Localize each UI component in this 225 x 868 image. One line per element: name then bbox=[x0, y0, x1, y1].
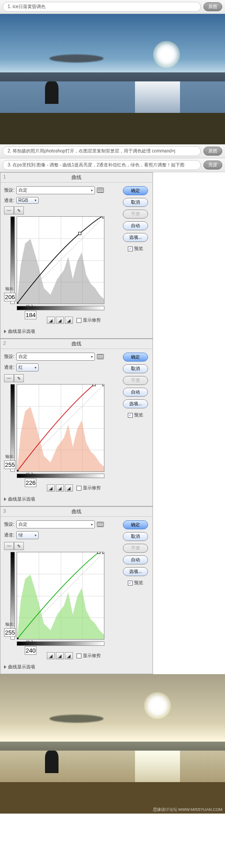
photo-after: 思缘设计论坛 WWW.MISSYUAN.COM bbox=[0, 674, 225, 814]
smooth-button[interactable]: 平滑 bbox=[123, 210, 148, 219]
input-field[interactable] bbox=[25, 646, 36, 655]
eyedropper-black-icon[interactable]: ◢ bbox=[47, 652, 55, 659]
eyedropper-white-icon[interactable]: ◢ bbox=[65, 484, 73, 492]
curve-tool-point[interactable]: 〰 bbox=[4, 374, 14, 382]
eyedropper-gray-icon[interactable]: ◢ bbox=[56, 652, 64, 659]
step-text-3: 3. 在ps里找到 图像 - 调整 - 曲线1提高亮度，2通道补偿红色，绿色，看… bbox=[3, 160, 201, 170]
eyedropper-gray-icon[interactable]: ◢ bbox=[56, 317, 64, 324]
dialog-title: 曲线 bbox=[0, 173, 153, 183]
dialog-title: 曲线 bbox=[0, 339, 153, 349]
curve-tool-pencil[interactable]: ✎ bbox=[14, 542, 24, 550]
options-button[interactable]: 选项... bbox=[123, 567, 148, 576]
cancel-button[interactable]: 取消 bbox=[123, 532, 148, 541]
eyedropper-black-icon[interactable]: ◢ bbox=[47, 317, 55, 324]
svg-line-0 bbox=[17, 217, 104, 304]
step-btn-original-1[interactable]: 原图 bbox=[203, 2, 222, 11]
smooth-button[interactable]: 平滑 bbox=[123, 544, 148, 553]
cancel-button[interactable]: 取消 bbox=[123, 198, 148, 207]
auto-button[interactable]: 自动 bbox=[123, 221, 148, 230]
output-field[interactable] bbox=[4, 628, 16, 637]
show-clipping-checkbox[interactable]: 显示修剪 bbox=[76, 317, 101, 323]
watermark: 思缘设计论坛 WWW.MISSYUAN.COM bbox=[153, 807, 223, 813]
channel-dropdown[interactable]: 红▾ bbox=[16, 363, 39, 371]
eyedropper-white-icon[interactable]: ◢ bbox=[65, 317, 73, 324]
curves-dialog-3: 3 曲线 预设: 自定▾ 通道: 绿▾ 〰 bbox=[0, 506, 153, 674]
curve-graph[interactable]: 输出: 输入: bbox=[17, 384, 104, 472]
step-btn-original-2[interactable]: 原图 bbox=[203, 147, 222, 156]
preset-dropdown[interactable]: 自定▾ bbox=[16, 186, 95, 194]
curve-tool-pencil[interactable]: ✎ bbox=[14, 206, 24, 215]
cancel-button[interactable]: 取消 bbox=[123, 364, 148, 373]
menu-icon[interactable] bbox=[97, 188, 104, 193]
svg-rect-2 bbox=[17, 302, 18, 304]
options-button[interactable]: 选项... bbox=[123, 233, 148, 242]
preview-checkbox[interactable]: ✓预览 bbox=[128, 246, 143, 252]
output-field[interactable] bbox=[4, 461, 16, 469]
step-text-1: 1. ice日落黄昏调色 bbox=[3, 2, 201, 12]
svg-rect-3 bbox=[103, 217, 104, 218]
output-label: 输出: bbox=[4, 622, 16, 627]
smooth-button[interactable]: 平滑 bbox=[123, 376, 148, 385]
channel-value: 绿 bbox=[18, 532, 23, 538]
preset-dropdown[interactable]: 自定▾ bbox=[16, 520, 95, 528]
auto-button[interactable]: 自动 bbox=[123, 388, 148, 397]
preview-checkbox[interactable]: ✓预览 bbox=[128, 580, 143, 586]
step-text-2: 2. 将拍摄的照片用photoshop打开，在图层里复制背景层，用于调色处理 c… bbox=[3, 146, 201, 156]
dialog-number: 1 bbox=[3, 174, 6, 179]
ok-button[interactable]: 确定 bbox=[123, 353, 148, 362]
triangle-right-icon bbox=[4, 665, 6, 669]
step-btn-brightness[interactable]: 亮度 bbox=[203, 161, 222, 170]
chevron-down-icon: ▾ bbox=[91, 188, 93, 192]
sun-icon bbox=[153, 41, 180, 68]
show-clipping-checkbox[interactable]: 显示修剪 bbox=[76, 653, 101, 659]
output-field[interactable] bbox=[4, 293, 16, 301]
ok-button[interactable]: 确定 bbox=[123, 520, 148, 529]
triangle-right-icon bbox=[4, 330, 6, 333]
eyedropper-white-icon[interactable]: ◢ bbox=[65, 652, 73, 659]
photo-before bbox=[0, 14, 225, 144]
curve-display-options[interactable]: 曲线显示选项 bbox=[4, 664, 117, 670]
preset-value: 自定 bbox=[18, 187, 27, 193]
channel-label: 通道: bbox=[4, 197, 14, 204]
chevron-down-icon: ▾ bbox=[35, 366, 36, 370]
eyedropper-gray-icon[interactable]: ◢ bbox=[56, 484, 64, 492]
channel-dropdown[interactable]: 绿▾ bbox=[16, 531, 39, 539]
sun-icon bbox=[144, 692, 171, 719]
preset-dropdown[interactable]: 自定▾ bbox=[16, 353, 95, 361]
menu-icon[interactable] bbox=[97, 354, 104, 359]
step-bar-3: 3. 在ps里找到 图像 - 调整 - 曲线1提高亮度，2通道补偿红色，绿色，看… bbox=[0, 158, 225, 172]
output-label: 输出: bbox=[4, 454, 16, 460]
chevron-down-icon: ▾ bbox=[91, 355, 93, 359]
chevron-down-icon: ▾ bbox=[35, 198, 36, 202]
curve-tool-point[interactable]: 〰 bbox=[4, 542, 14, 550]
eyedropper-black-icon[interactable]: ◢ bbox=[47, 484, 55, 492]
svg-rect-1 bbox=[78, 232, 81, 235]
input-field[interactable] bbox=[25, 311, 36, 319]
preset-label: 预设: bbox=[4, 353, 14, 360]
svg-rect-5 bbox=[93, 385, 95, 386]
curve-graph[interactable]: 输出: 输入: bbox=[17, 216, 104, 304]
input-field[interactable] bbox=[25, 479, 36, 487]
dialog-number: 3 bbox=[3, 508, 6, 514]
curve-tool-point[interactable]: 〰 bbox=[4, 206, 14, 215]
input-label: 输入: bbox=[25, 472, 36, 478]
curve-display-options[interactable]: 曲线显示选项 bbox=[4, 496, 117, 502]
step-bar-1: 1. ice日落黄昏调色 原图 bbox=[0, 0, 225, 14]
curve-display-options[interactable]: 曲线显示选项 bbox=[4, 328, 117, 335]
curve-graph[interactable]: 输出: 输入: bbox=[17, 552, 104, 640]
menu-icon[interactable] bbox=[97, 522, 104, 527]
preset-value: 自定 bbox=[18, 521, 27, 528]
show-clipping-checkbox[interactable]: 显示修剪 bbox=[76, 485, 101, 491]
channel-value: 红 bbox=[18, 364, 23, 371]
curves-dialog-2: 2 曲线 预设: 自定▾ 通道: 红▾ 〰 bbox=[0, 339, 153, 506]
dialog-title: 曲线 bbox=[0, 507, 153, 517]
channel-dropdown[interactable]: RGB▾ bbox=[16, 197, 39, 204]
dialog-number: 2 bbox=[3, 340, 6, 346]
ok-button[interactable]: 确定 bbox=[123, 186, 148, 195]
curve-tool-pencil[interactable]: ✎ bbox=[14, 374, 24, 382]
options-button[interactable]: 选项... bbox=[123, 399, 148, 408]
auto-button[interactable]: 自动 bbox=[123, 555, 148, 564]
input-label: 输入: bbox=[25, 640, 36, 645]
preview-checkbox[interactable]: ✓预览 bbox=[128, 412, 143, 418]
preset-label: 预设: bbox=[4, 521, 14, 528]
